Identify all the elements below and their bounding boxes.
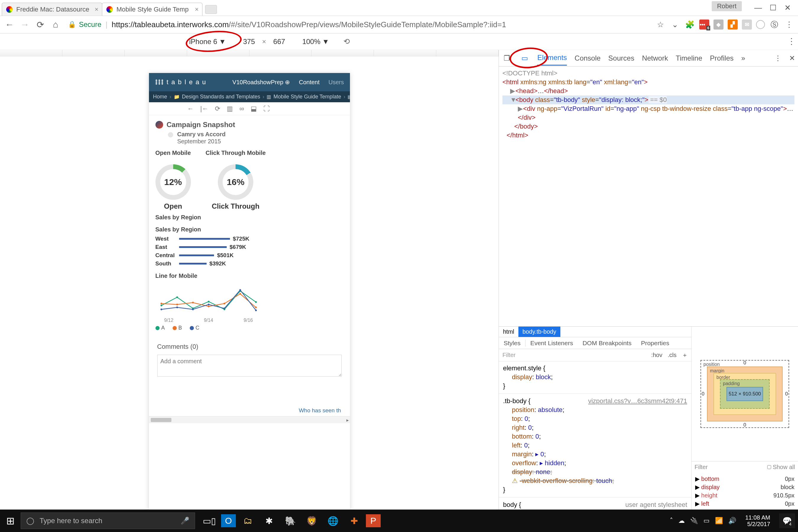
dom-tree[interactable]: <!DOCTYPE html> <html xmlns:ng xmlns:tb … xyxy=(499,66,798,326)
dom-breakpoints-tab[interactable]: DOM Breakpoints xyxy=(578,340,636,347)
nav-users[interactable]: Users xyxy=(328,79,344,86)
outlook-icon[interactable]: O xyxy=(221,514,236,527)
extension-icon[interactable]: ◆ xyxy=(714,19,723,30)
scrollbar-thumb[interactable] xyxy=(151,418,171,422)
breadcrumb-item[interactable]: Mobile Style Guide Template xyxy=(273,94,341,100)
close-window-icon[interactable]: ✕ xyxy=(780,2,795,14)
brave-icon[interactable]: 🦁 xyxy=(302,513,321,529)
powerpoint-icon[interactable]: P xyxy=(366,514,381,527)
inspect-icon[interactable]: ❐ xyxy=(502,54,512,62)
chrome-icon[interactable]: 🌐 xyxy=(323,513,342,529)
browser-tab-1[interactable]: Freddie Mac: Datasource × xyxy=(2,3,102,16)
windows-search[interactable]: ◯ Type here to search 🎤 xyxy=(21,513,195,529)
kebab-icon[interactable]: ⋮ xyxy=(787,36,796,46)
tableau-logo[interactable]: ✦✦✦✦✦✦✦✦✦ t a b l e a u xyxy=(155,78,207,86)
selected-dom-node[interactable]: ▼<body class="tb-body" style="display: b… xyxy=(502,95,795,104)
site-switcher[interactable]: V10RoadshowPrep ⊕ xyxy=(232,79,290,86)
rotate-icon[interactable]: ⟲ xyxy=(343,37,350,46)
tableau-icon[interactable]: ✚ xyxy=(345,513,363,529)
horizontal-scrollbar[interactable]: ▸ xyxy=(149,416,350,423)
css-rules[interactable]: element.style { display: block; } .tb-bo… xyxy=(499,361,691,510)
nav-content[interactable]: Content xyxy=(299,79,320,86)
extension-icon[interactable] xyxy=(756,20,765,29)
cls-toggle[interactable]: .cls xyxy=(668,352,677,359)
maximize-icon[interactable]: ☐ xyxy=(765,2,780,14)
close-icon[interactable]: × xyxy=(195,6,198,13)
task-view-icon[interactable]: ▭▯ xyxy=(200,513,219,529)
fullscreen-icon[interactable]: ⛶ xyxy=(263,105,270,113)
browser-tab-2[interactable]: Mobile Style Guide Temp × xyxy=(102,3,203,16)
reload-button[interactable]: ⟳ xyxy=(34,19,46,31)
toolbar-extensions: ☆ ⌄ 🧩 •••6 ◆ ▞ ✉ Ⓢ ⋮ xyxy=(655,19,795,30)
minimize-icon[interactable]: — xyxy=(751,2,765,14)
event-listeners-tab[interactable]: Event Listeners xyxy=(526,340,578,347)
close-icon[interactable]: × xyxy=(95,6,98,13)
slack-icon[interactable]: ✱ xyxy=(260,513,279,529)
hov-toggle[interactable]: :hov xyxy=(651,352,662,359)
devtools-tab-console[interactable]: Console xyxy=(574,54,601,62)
tray-expand-icon[interactable]: ˄ xyxy=(670,517,673,525)
responsive-ruler[interactable] xyxy=(0,50,499,56)
back-button[interactable]: ← xyxy=(3,19,15,31)
extension-icon[interactable]: ✉ xyxy=(742,19,752,30)
analytics-icon[interactable]: ▞ xyxy=(728,19,738,30)
devtools-tab-sources[interactable]: Sources xyxy=(608,54,634,62)
new-tab-button[interactable] xyxy=(205,5,217,14)
more-tabs-icon[interactable]: » xyxy=(741,54,745,62)
lastpass-icon[interactable]: •••6 xyxy=(699,19,709,30)
home-button[interactable]: ⌂ xyxy=(50,19,61,31)
pocket-icon[interactable]: ⌄ xyxy=(670,19,680,30)
breadcrumb-home[interactable]: Home xyxy=(153,94,167,100)
device-width[interactable]: 375 xyxy=(243,38,255,46)
file-explorer-icon[interactable]: 🗂 xyxy=(238,513,257,529)
kebab-icon[interactable]: ⋮ xyxy=(774,54,781,62)
devtools-tab-network[interactable]: Network xyxy=(642,54,668,62)
start-button[interactable]: ⊞ xyxy=(0,515,21,527)
box-model[interactable]: position 0 0 0 0 margin border padding 5… xyxy=(691,327,798,461)
wifi-icon[interactable]: 📶 xyxy=(715,517,723,525)
device-height[interactable]: 667 xyxy=(273,38,285,46)
comment-input[interactable] xyxy=(157,355,342,377)
skype-icon[interactable]: Ⓢ xyxy=(769,19,780,30)
zoom-select[interactable]: 100% ▼ xyxy=(302,38,329,46)
forward-button[interactable]: → xyxy=(19,19,31,31)
revert-icon[interactable]: |← xyxy=(201,105,209,113)
devtools-close-icon[interactable]: ✕ xyxy=(789,54,795,62)
properties-tab[interactable]: Properties xyxy=(636,340,674,347)
refresh-icon[interactable]: ⟳ xyxy=(215,105,220,113)
styles-tab[interactable]: Styles xyxy=(499,340,526,347)
device-select[interactable]: iPhone 6 ▼ xyxy=(189,38,226,46)
evernote-icon[interactable]: 🐘 xyxy=(281,513,300,529)
devtools-tab-elements[interactable]: Elements xyxy=(537,54,567,65)
onedrive-icon[interactable]: ☁ xyxy=(678,517,685,525)
source-link[interactable]: vizportal.css?v…6c3smm42t9:471 xyxy=(588,397,687,405)
devtools-tab-profiles[interactable]: Profiles xyxy=(710,54,734,62)
computed-properties[interactable]: ▶ bottom0px▶ displayblock▶ height910.5px… xyxy=(691,473,798,510)
device-mode-icon[interactable]: ▭ xyxy=(519,54,530,62)
power-icon[interactable]: 🔌 xyxy=(690,517,698,525)
chrome-user-chip[interactable]: Robert xyxy=(712,1,742,11)
share-icon[interactable]: ∞ xyxy=(240,105,244,113)
devtools-tab-timeline[interactable]: Timeline xyxy=(676,54,702,62)
download-icon[interactable]: ⬓ xyxy=(251,105,257,113)
breadcrumb-item[interactable]: Design Standards and Templates xyxy=(182,94,260,100)
scroll-right-icon[interactable]: ▸ xyxy=(346,417,349,423)
extension-icon[interactable]: 🧩 xyxy=(684,19,695,30)
pause-icon[interactable]: ▥ xyxy=(227,105,233,113)
add-rule-icon[interactable]: ＋ xyxy=(682,351,688,359)
taskbar-clock[interactable]: 11:08 AM 5/2/2017 xyxy=(742,514,774,527)
styles-filter-input[interactable]: Filter xyxy=(502,352,515,359)
who-has-seen-link[interactable]: Who has seen th xyxy=(149,384,350,416)
omnibox[interactable]: 🔒 Secure | https://tableaubeta.interwork… xyxy=(65,18,651,31)
undo-icon[interactable]: ← xyxy=(187,105,194,113)
mic-icon[interactable]: 🎤 xyxy=(180,517,189,525)
show-all-checkbox[interactable] xyxy=(767,465,771,469)
chrome-menu-icon[interactable]: ⋮ xyxy=(784,19,795,30)
battery-icon[interactable]: ▭ xyxy=(703,517,710,525)
volume-icon[interactable]: 🔊 xyxy=(728,517,736,525)
computed-filter-input[interactable]: Filter xyxy=(695,464,707,471)
svg-point-14 xyxy=(160,308,162,310)
star-icon[interactable]: ☆ xyxy=(655,19,666,30)
dom-breadcrumb[interactable]: html body.tb-body xyxy=(499,327,691,337)
action-center-icon[interactable]: 💬4 xyxy=(779,513,795,528)
